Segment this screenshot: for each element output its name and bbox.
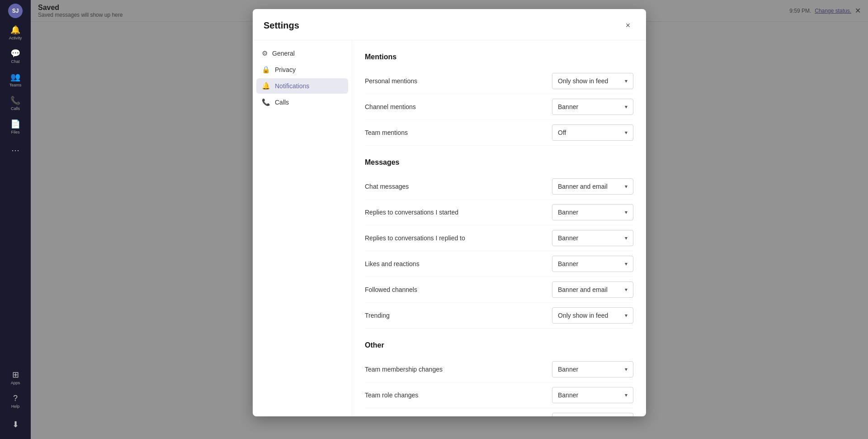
chevron-down-icon: ▾ xyxy=(625,286,627,293)
sidebar-item-chat[interactable]: 💬 Chat xyxy=(5,45,26,67)
files-icon: 📄 xyxy=(10,119,20,129)
calls-icon: 📞 xyxy=(10,95,20,105)
chevron-down-icon: ▾ xyxy=(625,392,627,398)
nav-item-privacy[interactable]: 🔒 Privacy xyxy=(256,62,348,77)
sidebar-label-calls: Calls xyxy=(11,106,20,111)
settings-content: Mentions Personal mentions Only show in … xyxy=(352,40,646,416)
chevron-down-icon: ▾ xyxy=(625,209,627,215)
label-team-mentions: Team mentions xyxy=(365,129,552,136)
dropdown-chat-messages[interactable]: Banner and email ▾ xyxy=(552,178,633,195)
modal-overlay: Settings × ⚙ General 🔒 Privacy xyxy=(31,0,868,439)
chevron-down-icon: ▾ xyxy=(625,183,627,190)
label-personal-mentions: Personal mentions xyxy=(365,77,552,85)
dialog-title: Settings xyxy=(264,20,299,31)
teams-icon: 👥 xyxy=(10,72,20,82)
section-heading-other: Other xyxy=(365,341,633,349)
dropdown-value-trending: Only show in feed xyxy=(558,312,608,319)
sidebar-item-files[interactable]: 📄 Files xyxy=(5,116,26,138)
chevron-down-icon: ▾ xyxy=(625,104,627,110)
label-followed-channels: Followed channels xyxy=(365,286,552,293)
setting-row-replies-started: Replies to conversations I started Banne… xyxy=(365,200,633,225)
label-channel-mentions: Channel mentions xyxy=(365,103,552,110)
label-trending: Trending xyxy=(365,312,552,319)
nav-item-calls[interactable]: 📞 Calls xyxy=(256,95,348,110)
dropdown-likes-reactions[interactable]: Banner ▾ xyxy=(552,256,633,272)
dropdown-followed-channels[interactable]: Banner and email ▾ xyxy=(552,282,633,298)
dropdown-trending[interactable]: Only show in feed ▾ xyxy=(552,307,633,324)
setting-row-personal-mentions: Personal mentions Only show in feed ▾ xyxy=(365,68,633,94)
label-chat-messages: Chat messages xyxy=(365,183,552,190)
setting-row-team-membership-changes: Team membership changes Banner ▾ xyxy=(365,357,633,382)
dropdown-value-team-role-changes: Banner xyxy=(558,391,578,399)
label-team-membership-changes: Team membership changes xyxy=(365,366,552,373)
setting-row-chat-messages: Chat messages Banner and email ▾ xyxy=(365,174,633,200)
dropdown-team-membership-changes[interactable]: Banner ▾ xyxy=(552,361,633,377)
sidebar-item-calls[interactable]: 📞 Calls xyxy=(5,92,26,114)
dropdown-replies-started[interactable]: Banner ▾ xyxy=(552,204,633,220)
nav-item-general[interactable]: ⚙ General xyxy=(256,46,348,61)
setting-row-trending: Trending Only show in feed ▾ xyxy=(365,303,633,329)
dropdown-value-team-mentions: Off xyxy=(558,129,566,136)
nav-label-general: General xyxy=(272,50,295,57)
setting-row-replies-replied: Replies to conversations I replied to Ba… xyxy=(365,225,633,251)
sidebar-item-download[interactable]: ⬇ xyxy=(5,414,26,435)
setting-row-followed-channels: Followed channels Banner and email ▾ xyxy=(365,277,633,303)
sidebar-label-teams: Teams xyxy=(9,83,22,87)
activity-icon: 🔔 xyxy=(10,25,20,35)
download-icon: ⬇ xyxy=(12,420,19,429)
label-replies-started: Replies to conversations I started xyxy=(365,209,552,216)
chevron-down-icon: ▾ xyxy=(625,78,627,84)
sidebar-item-activity[interactable]: 🔔 Activity xyxy=(5,22,26,43)
avatar-initials: SJ xyxy=(12,8,19,14)
nav-label-calls: Calls xyxy=(275,99,289,106)
help-icon: ? xyxy=(13,394,18,403)
sidebar-label-apps: Apps xyxy=(11,381,20,385)
sidebar-item-more[interactable]: ⋯ xyxy=(5,139,26,161)
avatar[interactable]: SJ xyxy=(8,4,23,18)
nav-label-privacy: Privacy xyxy=(275,66,296,73)
setting-row-channel-mentions: Channel mentions Banner ▾ xyxy=(365,94,633,120)
label-likes-reactions: Likes and reactions xyxy=(365,260,552,267)
sidebar-item-teams[interactable]: 👥 Teams xyxy=(5,69,26,91)
dropdown-value-team-membership-changes: Banner xyxy=(558,366,578,373)
chevron-down-icon: ▾ xyxy=(625,261,627,267)
calls-nav-icon: 📞 xyxy=(262,98,270,106)
dropdown-value-channel-mentions: Banner xyxy=(558,103,578,110)
dropdown-personal-mentions[interactable]: Only show in feed ▾ xyxy=(552,73,633,89)
sidebar-label-files: Files xyxy=(11,130,19,134)
setting-row-team-role-changes: Team role changes Banner ▾ xyxy=(365,382,633,408)
dropdown-notification-sounds[interactable]: Call, mention and chat ▾ xyxy=(552,413,633,416)
app-background: SJ 🔔 Activity 💬 Chat 👥 Teams 📞 Calls 📄 F… xyxy=(0,0,868,439)
settings-nav: ⚙ General 🔒 Privacy 🔔 Notifications xyxy=(253,40,352,416)
settings-dialog: Settings × ⚙ General 🔒 Privacy xyxy=(253,9,646,416)
dropdown-value-personal-mentions: Only show in feed xyxy=(558,77,608,85)
section-heading-messages: Messages xyxy=(365,158,633,167)
dropdown-team-role-changes[interactable]: Banner ▾ xyxy=(552,387,633,403)
more-icon: ⋯ xyxy=(11,145,19,155)
main-content: Saved Saved messages will show up here 9… xyxy=(31,0,868,439)
chevron-down-icon: ▾ xyxy=(625,312,627,319)
chevron-down-icon: ▾ xyxy=(625,129,627,136)
chat-icon: 💬 xyxy=(10,48,20,58)
dropdown-value-replies-started: Banner xyxy=(558,209,578,216)
chevron-down-icon: ▾ xyxy=(625,235,627,241)
dropdown-replies-replied[interactable]: Banner ▾ xyxy=(552,230,633,246)
dropdown-value-likes-reactions: Banner xyxy=(558,260,578,267)
close-dialog-button[interactable]: × xyxy=(621,18,635,33)
nav-item-notifications[interactable]: 🔔 Notifications xyxy=(256,78,348,94)
notifications-icon: 🔔 xyxy=(262,82,270,90)
apps-icon: ⊞ xyxy=(12,370,19,380)
dropdown-channel-mentions[interactable]: Banner ▾ xyxy=(552,99,633,115)
dialog-header: Settings × xyxy=(253,9,646,40)
dropdown-team-mentions[interactable]: Off ▾ xyxy=(552,124,633,141)
sidebar-item-help[interactable]: ? Help xyxy=(5,390,26,412)
dialog-body: ⚙ General 🔒 Privacy 🔔 Notifications xyxy=(253,40,646,416)
setting-row-likes-reactions: Likes and reactions Banner ▾ xyxy=(365,251,633,277)
chevron-down-icon: ▾ xyxy=(625,366,627,372)
dropdown-value-followed-channels: Banner and email xyxy=(558,286,608,293)
sidebar-label-help: Help xyxy=(11,404,20,409)
setting-row-notification-sounds: Notification sounds Call, mention and ch… xyxy=(365,408,633,416)
sidebar: SJ 🔔 Activity 💬 Chat 👥 Teams 📞 Calls 📄 F… xyxy=(0,0,31,439)
dropdown-value-chat-messages: Banner and email xyxy=(558,183,608,190)
sidebar-item-apps[interactable]: ⊞ Apps xyxy=(5,367,26,388)
